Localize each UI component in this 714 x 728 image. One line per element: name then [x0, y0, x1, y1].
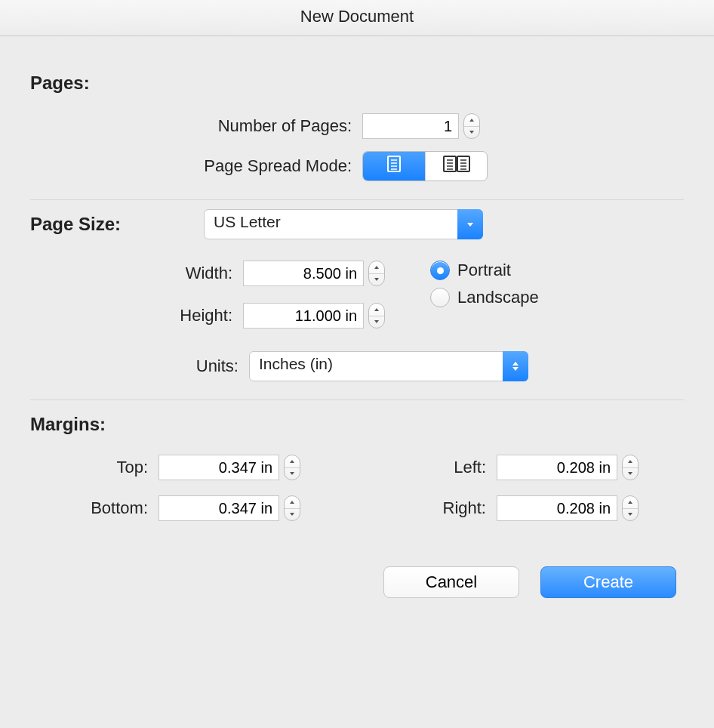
orientation-portrait[interactable]: Portrait [430, 261, 539, 280]
pages-section-label: Pages: [30, 72, 684, 94]
create-button[interactable]: Create [540, 566, 676, 598]
margin-top-label: Top: [30, 458, 158, 477]
width-input[interactable] [243, 261, 364, 286]
page-size-section-label: Page Size: [30, 214, 204, 235]
chevron-up-icon[interactable] [285, 455, 300, 468]
width-stepper[interactable] [368, 261, 385, 286]
margin-right-input[interactable] [497, 495, 617, 521]
num-pages-stepper[interactable] [463, 113, 480, 139]
margin-bottom-stepper[interactable] [284, 495, 300, 521]
facing-pages-icon [442, 155, 472, 177]
chevron-down-icon[interactable] [464, 127, 479, 139]
chevron-up-icon[interactable] [623, 496, 638, 509]
chevron-up-icon[interactable] [285, 496, 300, 509]
dialog-content: Pages: Number of Pages: Page Spread Mode… [0, 36, 714, 628]
units-label: Units: [54, 356, 249, 376]
margin-right-label: Right: [368, 498, 497, 518]
spread-mode-label: Page Spread Mode: [30, 156, 362, 176]
margin-bottom-label: Bottom: [30, 498, 158, 518]
height-stepper[interactable] [368, 303, 385, 329]
chevron-down-icon[interactable] [623, 509, 638, 521]
margin-top-stepper[interactable] [284, 455, 300, 480]
height-input[interactable] [243, 303, 364, 329]
divider [30, 199, 684, 200]
units-select[interactable]: Inches (in) [249, 351, 528, 381]
radio-unchecked-icon [430, 288, 450, 307]
chevron-down-icon[interactable] [285, 509, 300, 521]
landscape-label: Landscape [457, 288, 539, 307]
window-title: New Document [0, 0, 714, 36]
margin-left-stepper[interactable] [622, 455, 639, 480]
divider [30, 399, 684, 400]
single-page-icon [386, 155, 402, 177]
chevron-up-icon[interactable] [369, 304, 384, 316]
chevron-down-icon[interactable] [623, 468, 638, 480]
margin-bottom-input[interactable] [158, 495, 279, 521]
height-label: Height: [48, 306, 243, 325]
spread-mode-segmented[interactable] [362, 151, 488, 181]
units-value[interactable]: Inches (in) [249, 351, 528, 381]
margin-right-stepper[interactable] [622, 495, 639, 521]
orientation-landscape[interactable]: Landscape [430, 288, 539, 307]
chevron-up-icon[interactable] [464, 114, 479, 127]
page-size-select[interactable]: US Letter [204, 209, 483, 239]
chevron-down-icon[interactable] [285, 468, 300, 480]
num-pages-label: Number of Pages: [30, 116, 362, 136]
margin-left-label: Left: [368, 458, 497, 477]
chevron-down-icon[interactable] [369, 274, 384, 286]
margin-top-input[interactable] [158, 455, 279, 480]
chevron-down-icon[interactable] [369, 316, 384, 329]
chevron-up-icon[interactable] [369, 261, 384, 274]
margin-left-input[interactable] [497, 455, 617, 480]
page-size-value[interactable]: US Letter [204, 209, 483, 239]
num-pages-input[interactable] [362, 113, 459, 139]
radio-checked-icon [430, 261, 450, 280]
chevron-up-icon[interactable] [623, 455, 638, 468]
cancel-button[interactable]: Cancel [383, 566, 519, 598]
portrait-label: Portrait [457, 261, 511, 280]
width-label: Width: [48, 264, 243, 283]
spread-facing-option[interactable] [425, 152, 487, 180]
spread-single-option[interactable] [363, 152, 425, 180]
margins-section-label: Margins: [30, 414, 684, 435]
